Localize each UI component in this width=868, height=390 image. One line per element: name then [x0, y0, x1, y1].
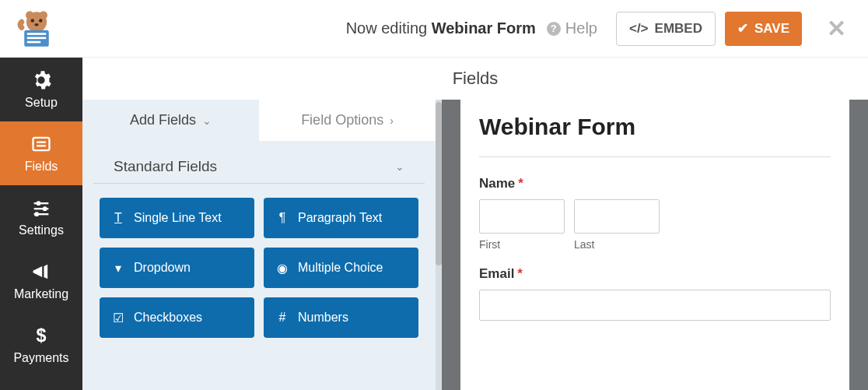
field-numbers[interactable]: # Numbers — [264, 297, 418, 338]
required-asterisk: * — [518, 176, 523, 191]
sidebar-item-marketing[interactable]: Marketing — [0, 249, 82, 313]
check-icon: ✔ — [737, 20, 748, 37]
chevron-down-icon: ⌄ — [395, 160, 404, 173]
editing-label: Now editing Webinar Form — [346, 19, 536, 37]
sidebar-item-fields[interactable]: Fields — [0, 121, 82, 185]
svg-point-4 — [39, 19, 42, 22]
caret-square-icon: ▾ — [112, 261, 124, 276]
form-icon — [30, 133, 52, 155]
required-asterisk: * — [517, 266, 523, 281]
divider — [479, 156, 831, 157]
svg-text:$: $ — [37, 325, 47, 346]
last-name-input[interactable] — [574, 199, 660, 234]
field-checkboxes[interactable]: ☑ Checkboxes — [100, 297, 254, 338]
chevron-right-icon: › — [390, 114, 394, 127]
last-sublabel: Last — [574, 238, 660, 251]
first-sublabel: First — [479, 238, 565, 251]
help-icon: ? — [547, 22, 561, 36]
bear-logo-icon — [15, 7, 58, 51]
field-paragraph-text[interactable]: ¶ Paragraph Text — [264, 198, 418, 238]
save-button[interactable]: ✔ SAVE — [725, 12, 802, 46]
first-name-input[interactable] — [479, 199, 565, 234]
text-cursor-icon: T — [112, 211, 124, 225]
code-icon: </> — [629, 21, 649, 37]
panel-scrollbar[interactable] — [436, 102, 442, 265]
sidebar-item-label: Payments — [13, 351, 68, 365]
field-dropdown[interactable]: ▾ Dropdown — [100, 248, 254, 288]
embed-button[interactable]: </> EMBED — [616, 12, 716, 46]
form-preview: Webinar Form Name* First Last — [460, 100, 849, 390]
sidebar-item-label: Setup — [25, 96, 58, 110]
sidebar-item-settings[interactable]: Settings — [0, 185, 82, 249]
svg-rect-8 — [27, 37, 47, 39]
svg-point-1 — [26, 11, 34, 19]
top-bar: Now editing Webinar Form ? Help </> EMBE… — [0, 0, 868, 58]
preview-pane: Webinar Form Name* First Last — [442, 100, 868, 390]
app-logo — [8, 4, 65, 54]
pilcrow-icon: ¶ — [276, 211, 289, 225]
tab-field-options[interactable]: Field Options › — [259, 100, 436, 141]
megaphone-icon — [30, 261, 52, 283]
checkbox-icon: ☑ — [112, 311, 124, 325]
email-label: Email* — [479, 266, 831, 282]
sidebar-item-label: Fields — [25, 160, 58, 174]
svg-point-18 — [34, 212, 39, 216]
svg-point-5 — [34, 23, 38, 26]
help-link[interactable]: ? Help — [547, 19, 597, 37]
chevron-down-icon: ⌄ — [202, 114, 212, 127]
svg-point-2 — [40, 11, 48, 19]
field-single-line-text[interactable]: T Single Line Text — [100, 198, 254, 238]
dollar-icon: $ — [30, 325, 52, 346]
sliders-icon — [30, 197, 52, 219]
svg-point-3 — [31, 19, 34, 22]
svg-rect-7 — [27, 33, 47, 35]
gear-icon — [30, 69, 52, 91]
sidebar-item-label: Settings — [19, 223, 64, 237]
form-title: Webinar Form — [479, 114, 831, 139]
main-area: Fields Add Fields ⌄ Field Options › Stan… — [82, 58, 868, 390]
section-standard-fields[interactable]: Standard Fields ⌄ — [93, 141, 425, 184]
field-multiple-choice[interactable]: ◉ Multiple Choice — [264, 248, 418, 288]
fields-panel: Add Fields ⌄ Field Options › Standard Fi… — [82, 100, 442, 390]
svg-point-16 — [43, 206, 47, 211]
name-label: Name* — [479, 176, 831, 191]
sidebar-item-label: Marketing — [14, 287, 68, 301]
hash-icon: # — [276, 311, 289, 325]
radio-icon: ◉ — [276, 261, 289, 276]
page-title: Fields — [82, 58, 868, 100]
email-input[interactable] — [479, 290, 831, 321]
svg-rect-10 — [33, 138, 50, 150]
close-button[interactable]: ✕ — [821, 15, 852, 42]
svg-rect-9 — [27, 40, 41, 43]
left-sidebar: Setup Fields Settings Marketing $ Paymen… — [0, 58, 82, 390]
sidebar-item-payments[interactable]: $ Payments — [0, 313, 82, 377]
svg-point-14 — [37, 201, 41, 206]
tab-add-fields[interactable]: Add Fields ⌄ — [82, 100, 259, 141]
sidebar-item-setup[interactable]: Setup — [0, 58, 82, 121]
